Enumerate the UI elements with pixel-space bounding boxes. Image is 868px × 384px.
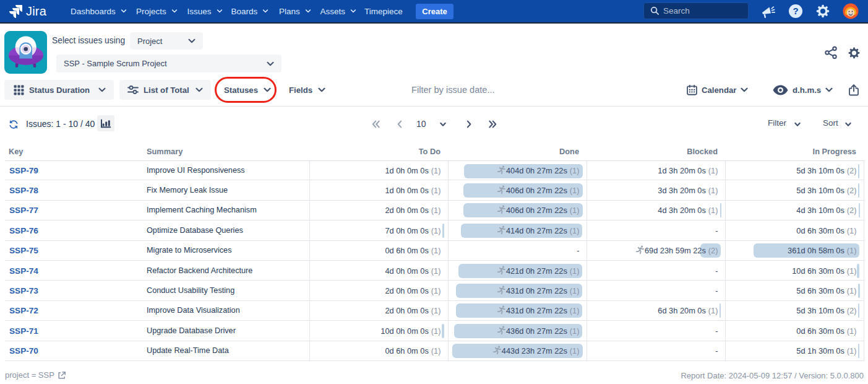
svg-text:?: ? bbox=[793, 6, 798, 16]
